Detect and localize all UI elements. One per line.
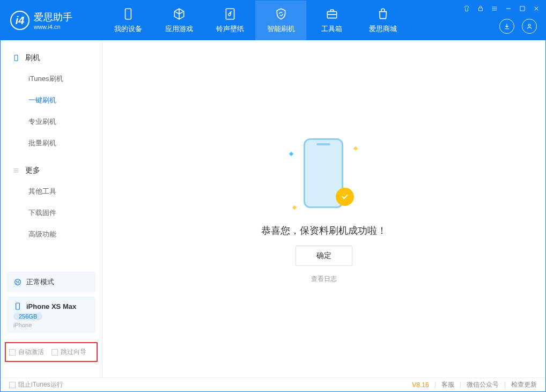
auto-activate-checkbox[interactable]: 自动激活 [9,347,44,357]
checkbox-label: 跳过向导 [61,347,86,357]
header: i4 爱思助手 www.i4.cn 我的设备 应用游戏 铃声壁纸 智能刷机 工具… [1,1,545,40]
svg-point-5 [528,24,530,26]
checkbox-icon [51,349,58,356]
tab-my-device[interactable]: 我的设备 [102,1,153,40]
sidebar: 刷机 iTunes刷机 一键刷机 专业刷机 批量刷机 更多 其他工具 下载固件 … [1,40,102,378]
device-icon [12,54,20,62]
wechat-link[interactable]: 微信公众号 [467,380,499,389]
checkbox-label: 阻止iTunes运行 [18,380,63,389]
sidebar-item-batch-flash[interactable]: 批量刷机 [1,132,102,154]
success-illustration [292,135,356,216]
footer-right: V8.16 | 客服 | 微信公众号 | 检查更新 [412,380,537,389]
check-update-link[interactable]: 检查更新 [511,380,537,389]
logo-area[interactable]: i4 爱思助手 www.i4.cn [1,11,102,30]
header-right-icons [499,19,537,34]
close-icon[interactable] [533,5,540,12]
shirt-icon[interactable] [463,5,470,12]
sidebar-item-advanced[interactable]: 高级功能 [1,224,102,245]
success-message: 恭喜您，保资料刷机成功啦！ [261,224,387,237]
mode-box[interactable]: 正常模式 [7,272,95,292]
logo-icon: i4 [10,11,29,30]
tab-label: 爱思商城 [369,24,397,34]
logo-text: 爱思助手 www.i4.cn [34,11,72,30]
checkbox-icon [9,349,16,356]
mode-label: 正常模式 [26,277,54,287]
tab-label: 铃声壁纸 [216,24,244,34]
skip-guide-checkbox[interactable]: 跳过向导 [51,347,86,357]
svg-rect-4 [520,6,525,11]
bag-icon [376,7,390,21]
download-button[interactable] [499,19,514,34]
maximize-icon[interactable] [519,5,526,12]
nav-tabs: 我的设备 应用游戏 铃声壁纸 智能刷机 工具箱 爱思商城 [102,1,408,40]
block-itunes-checkbox[interactable]: 阻止iTunes运行 [9,380,63,389]
sidebar-item-pro-flash[interactable]: 专业刷机 [1,111,102,132]
support-link[interactable]: 客服 [441,380,454,389]
version-label: V8.16 [412,381,429,389]
footer-left: 阻止iTunes运行 [9,380,63,389]
view-log-link[interactable]: 查看日志 [311,275,337,284]
check-badge-icon [336,188,354,206]
tab-apps[interactable]: 应用游戏 [153,1,204,40]
svg-point-9 [18,282,19,283]
separator: | [460,381,461,389]
tab-label: 应用游戏 [165,24,193,34]
svg-rect-10 [16,303,20,309]
phone-icon [121,7,135,21]
user-button[interactable] [522,19,537,34]
checkbox-icon [9,382,16,388]
svg-rect-0 [125,9,131,19]
mode-icon [13,278,22,286]
tab-store[interactable]: 爱思商城 [357,1,408,40]
device-box[interactable]: iPhone XS Max 256GB iPhone [7,297,95,334]
separator: | [434,381,436,389]
footer: 阻止iTunes运行 V8.16 | 客服 | 微信公众号 | 检查更新 [1,378,545,391]
separator: | [504,381,506,389]
device-name: iPhone XS Max [26,302,76,310]
minimize-icon[interactable] [505,5,512,12]
tab-label: 工具箱 [321,24,342,34]
device-type: iPhone [13,322,89,328]
tab-label: 智能刷机 [267,24,295,34]
lock-icon[interactable] [477,5,484,12]
checkbox-label: 自动激活 [18,347,44,357]
sidebar-section-flash: 刷机 [1,48,102,68]
tab-toolbox[interactable]: 工具箱 [306,1,357,40]
app-title: 爱思助手 [34,11,72,24]
refresh-shield-icon [274,7,288,21]
tab-ringtones[interactable]: 铃声壁纸 [204,1,255,40]
sidebar-scroll: 刷机 iTunes刷机 一键刷机 专业刷机 批量刷机 更多 其他工具 下载固件 … [1,40,102,268]
sidebar-item-download-firmware[interactable]: 下载固件 [1,202,102,224]
toolbox-icon [325,7,339,21]
music-file-icon [223,7,237,21]
phone-small-icon [13,302,22,310]
app-url: www.i4.cn [34,24,72,30]
device-capacity: 256GB [13,313,42,320]
cube-icon [172,7,186,21]
sidebar-section-more: 更多 [1,160,102,181]
svg-rect-6 [14,55,18,61]
menu-icon[interactable] [491,5,498,12]
body: 刷机 iTunes刷机 一键刷机 专业刷机 批量刷机 更多 其他工具 下载固件 … [1,40,545,378]
sidebar-item-itunes-flash[interactable]: iTunes刷机 [1,68,102,90]
tab-label: 我的设备 [114,24,142,34]
ok-button[interactable]: 确定 [296,246,352,266]
highlight-box: 自动激活 跳过向导 [5,342,98,362]
svg-point-8 [16,281,17,282]
section-label: 刷机 [25,53,40,63]
tab-flash[interactable]: 智能刷机 [255,1,306,40]
sidebar-item-onekey-flash[interactable]: 一键刷机 [1,90,102,111]
window-controls [463,5,540,12]
sidebar-item-other-tools[interactable]: 其他工具 [1,181,102,202]
section-label: 更多 [25,166,40,175]
main-content: 恭喜您，保资料刷机成功啦！ 确定 查看日志 [102,40,545,378]
list-icon [12,167,20,174]
svg-rect-3 [479,8,483,11]
